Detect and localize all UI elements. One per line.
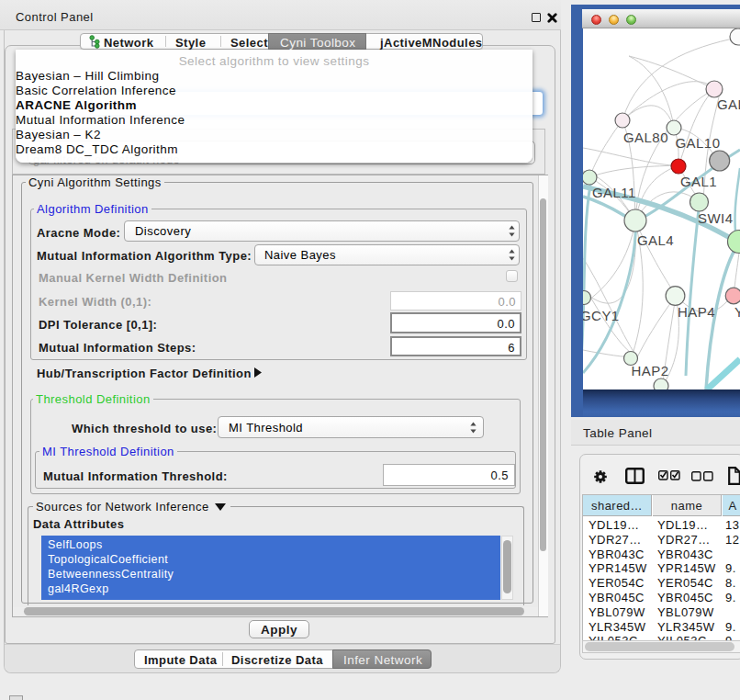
svg-text:GAL4: GAL4 bbox=[637, 232, 674, 248]
svg-text:GCY1: GCY1 bbox=[583, 308, 620, 323]
svg-text:SWI4: SWI4 bbox=[698, 210, 733, 226]
svg-text:GAL7: GAL7 bbox=[717, 96, 740, 112]
svg-text:HAP2: HAP2 bbox=[632, 363, 669, 378]
svg-text:GAL10: GAL10 bbox=[676, 135, 721, 151]
svg-text:YD: YD bbox=[734, 304, 740, 320]
svg-text:HAP4: HAP4 bbox=[678, 304, 715, 320]
svg-text:GAL1: GAL1 bbox=[680, 174, 717, 189]
svg-text:GAL80: GAL80 bbox=[623, 130, 668, 145]
svg-text:GAL11: GAL11 bbox=[592, 185, 636, 200]
